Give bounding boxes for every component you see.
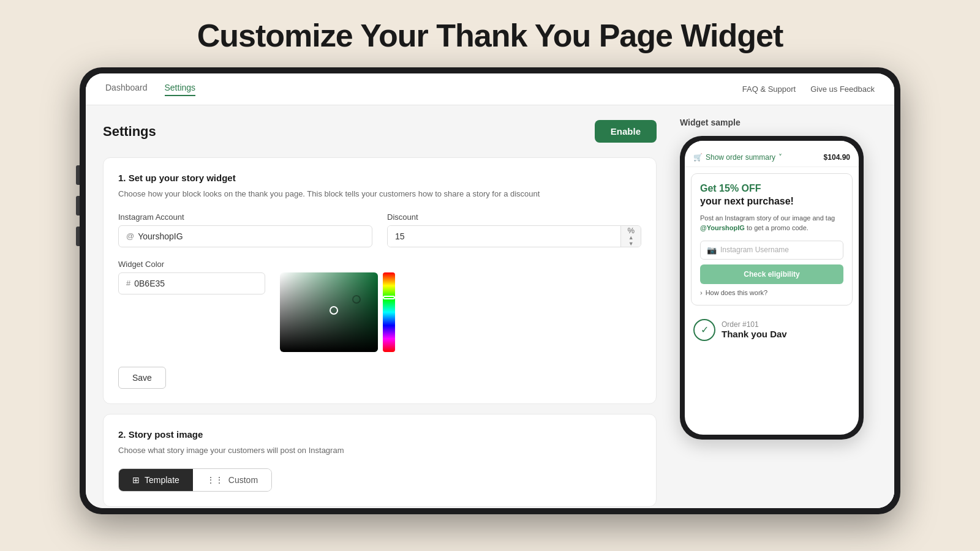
custom-button[interactable]: ⋮⋮ Custom [193,469,271,491]
how-label: How does this work? [706,289,768,296]
hue-thumb [383,296,395,299]
settings-header: Settings Enable [103,120,657,143]
hue-slider[interactable] [383,272,395,352]
order-summary-bar: 🛒 Show order summary ˅ $104.90 [685,147,859,167]
preview-label: Widget sample [680,118,882,127]
check-eligibility-button[interactable]: Check eligibility [700,264,843,284]
color-input-wrapper: # 0B6E35 [118,272,265,294]
hash-icon: # [126,279,130,288]
color-gradient-area[interactable] [280,272,378,352]
widget-desc: Post an Instagram story of our image and… [700,213,843,233]
phone-preview: 🛒 Show order summary ˅ $104.90 Get 15% O… [680,136,864,440]
color-label: Widget Color [118,260,641,269]
widget-card: Get 15% OFF your next purchase! Post an … [691,173,853,305]
nav-actions: FAQ & Support Give us Feedback [742,84,875,94]
feedback-link[interactable]: Give us Feedback [810,84,875,94]
device-side-buttons [76,165,80,246]
arrow-down[interactable]: ▼ [628,241,634,247]
instagram-input-wrapper[interactable]: @ YourshopIG [118,225,372,247]
side-button-2 [76,196,80,216]
confirm-details: Order #101 Thank you Dav [722,320,787,339]
widget-input-placeholder: Instagram Username [720,246,789,254]
desc-account: @YourshopIG [700,224,745,231]
nav-tabs: Dashboard Settings [105,83,195,96]
device-frame: Dashboard Settings FAQ & Support Give us… [80,67,900,514]
phone-screen: 🛒 Show order summary ˅ $104.90 Get 15% O… [685,141,859,435]
faq-support-link[interactable]: FAQ & Support [742,84,796,94]
save-button[interactable]: Save [118,367,166,389]
discount-input[interactable] [388,226,620,247]
section1-title: 1. Set up your story widget [118,173,641,183]
offer-line2: your next purchase! [700,196,794,206]
order-number: Order #101 [722,320,787,329]
arrow-up[interactable]: ▲ [628,235,634,241]
chevron-right-icon: › [700,289,703,296]
discount-arrows[interactable]: ▲ ▼ [628,235,634,247]
order-summary-left[interactable]: 🛒 Show order summary ˅ [693,153,782,162]
discount-group: Discount % ▲ ▼ [387,212,641,247]
color-picker[interactable] [280,272,395,352]
section2-title: 2. Story post image [118,429,641,440]
chevron-down-icon: ˅ [778,153,782,162]
phone-status-bar [685,141,859,147]
widget-instagram-input[interactable]: 📷 Instagram Username [700,241,843,260]
image-type-buttons: ⊞ Template ⋮⋮ Custom [118,468,272,492]
order-total: $104.90 [824,153,850,162]
discount-suffix: % ▲ ▼ [620,226,641,247]
offer-line1: Get 15% OFF [700,183,761,193]
section1-desc: Choose how your block looks on the thank… [118,188,641,200]
discount-unit: % [627,226,635,235]
desc-part2: to get a promo code. [747,224,809,231]
discount-label: Discount [387,212,641,222]
color-group: Widget Color # 0B6E35 [118,260,641,352]
custom-label: Custom [228,475,258,485]
template-button[interactable]: ⊞ Template [119,469,193,491]
color-gradient-dark [280,272,378,352]
check-circle-icon: ✓ [693,319,715,341]
story-image-card: 2. Story post image Choose what story im… [103,414,657,508]
page-main-title: Customize Your Thank You Page Widget [197,17,783,54]
color-section: # 0B6E35 [118,272,641,352]
how-does-it-work[interactable]: › How does this work? [700,289,843,296]
tab-settings[interactable]: Settings [165,83,196,96]
cart-icon: 🛒 [693,153,703,162]
section2-desc: Choose what story image your customers w… [118,444,641,457]
discount-input-wrapper: % ▲ ▼ [387,225,641,247]
custom-icon: ⋮⋮ [206,475,224,485]
widget-offer-title: Get 15% OFF your next purchase! [700,182,843,208]
thank-you-text: Thank you Dav [722,329,787,339]
widget-setup-card: 1. Set up your story widget Choose how y… [103,157,657,404]
app-content: Settings Enable 1. Set up your story wid… [86,105,894,508]
widget-instagram-icon: 📷 [707,246,717,255]
side-button-1 [76,165,80,185]
app-nav: Dashboard Settings FAQ & Support Give us… [86,73,894,105]
form-row-1: Instagram Account @ YourshopIG Discount [118,212,641,247]
color-value: 0B6E35 [134,279,165,288]
color-input[interactable]: # 0B6E35 [118,272,265,294]
instagram-group: Instagram Account @ YourshopIG [118,212,372,247]
instagram-label: Instagram Account [118,212,372,222]
settings-panel: Settings Enable 1. Set up your story wid… [86,105,674,508]
desc-part1: Post an Instagram story of our image and… [700,214,835,222]
template-icon: ⊞ [132,475,140,485]
template-label: Template [145,475,179,485]
instagram-input-value: YourshopIG [138,231,183,241]
settings-title: Settings [103,124,156,140]
order-summary-text: Show order summary [706,153,775,162]
enable-button[interactable]: Enable [595,120,657,143]
order-confirmation: ✓ Order #101 Thank you Dav [685,312,859,348]
device-screen: Dashboard Settings FAQ & Support Give us… [86,73,894,508]
at-icon: @ [126,231,134,241]
widget-preview-panel: Widget sample 🛒 Show order summary ˅ $10… [674,105,894,508]
side-button-3 [76,227,80,246]
tab-dashboard[interactable]: Dashboard [105,83,148,96]
